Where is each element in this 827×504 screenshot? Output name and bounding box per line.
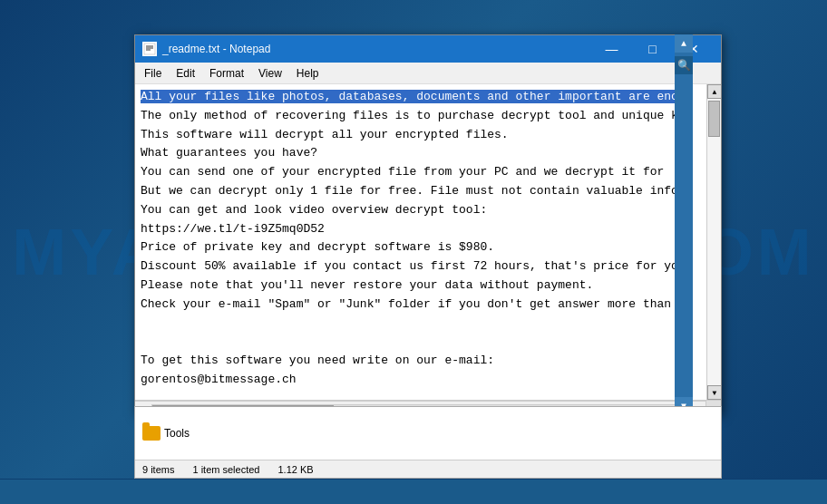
text-content[interactable]: All your files like photos, databases, d… bbox=[135, 84, 706, 400]
scroll-thumb[interactable] bbox=[708, 101, 720, 137]
item-count: 9 items bbox=[142, 464, 174, 475]
vertical-scrollbar[interactable]: ▲ ▼ bbox=[706, 84, 721, 400]
file-explorer: Tools 9 items 1 item selected 1.12 KB bbox=[134, 406, 722, 479]
side-up-button[interactable]: ▲ bbox=[675, 34, 693, 53]
list-item[interactable]: Tools bbox=[142, 426, 190, 441]
side-panel: ▲ 🔍 ▼ bbox=[675, 34, 693, 415]
menu-edit[interactable]: Edit bbox=[169, 65, 202, 82]
scroll-track bbox=[707, 99, 721, 385]
window-title: _readme.txt - Notepad bbox=[162, 43, 270, 55]
content-area: All your files like photos, databases, d… bbox=[135, 84, 721, 400]
folder-name: Tools bbox=[164, 427, 190, 440]
scroll-down-button[interactable]: ▼ bbox=[707, 385, 721, 400]
folder-icon bbox=[142, 426, 161, 441]
title-bar: _readme.txt - Notepad — □ ✕ bbox=[135, 35, 721, 63]
menu-bar: File Edit Format View Help bbox=[135, 63, 721, 84]
title-bar-controls: — □ ✕ bbox=[591, 35, 714, 63]
menu-file[interactable]: File bbox=[137, 65, 169, 82]
notepad-window: _readme.txt - Notepad — □ ✕ File Edit Fo… bbox=[134, 34, 722, 415]
menu-view[interactable]: View bbox=[251, 65, 289, 82]
taskbar bbox=[0, 479, 827, 504]
selected-info: 1 item selected bbox=[192, 464, 259, 475]
menu-help[interactable]: Help bbox=[289, 65, 326, 82]
menu-format[interactable]: Format bbox=[202, 65, 251, 82]
svg-rect-0 bbox=[144, 44, 155, 54]
maximize-button[interactable]: □ bbox=[632, 35, 673, 63]
explorer-content: Tools bbox=[135, 407, 721, 460]
minimize-button[interactable]: — bbox=[591, 35, 632, 63]
text-area-wrapper: All your files like photos, databases, d… bbox=[135, 84, 706, 400]
scroll-up-button[interactable]: ▲ bbox=[707, 84, 721, 99]
title-bar-left: _readme.txt - Notepad bbox=[142, 42, 270, 56]
file-size: 1.12 KB bbox=[277, 464, 313, 475]
notepad-icon bbox=[142, 42, 157, 56]
search-icon[interactable]: 🔍 bbox=[675, 56, 693, 74]
status-bar: 9 items 1 item selected 1.12 KB bbox=[135, 460, 721, 478]
